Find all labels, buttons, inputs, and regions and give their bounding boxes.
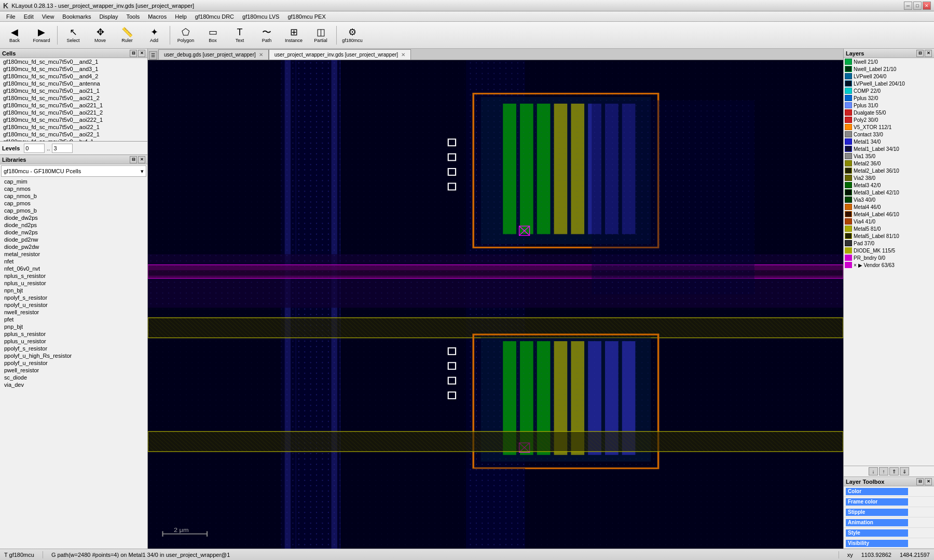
layer-item-3[interactable]: LVPwell_Label 204/10 — [844, 80, 934, 87]
lib-item[interactable]: nplus_u_resistor — [0, 279, 147, 287]
lib-icon-2[interactable]: ✕ — [138, 156, 145, 163]
layer-item-7[interactable]: Dualgate 55/0 — [844, 109, 934, 116]
layer-nav-top[interactable]: ⇑ — [889, 467, 899, 475]
layer-item-21[interactable]: Metal4_Label 46/10 — [844, 211, 934, 218]
layer-item-16[interactable]: Via2 38/0 — [844, 174, 934, 181]
levels-from-input[interactable] — [24, 144, 45, 153]
lib-icon-1[interactable]: ⊟ — [130, 156, 137, 163]
layer-item-14[interactable]: Metal2 36/0 — [844, 160, 934, 167]
menu-item-help[interactable]: Help — [171, 12, 191, 21]
cells-icon-1[interactable]: ⊟ — [130, 50, 137, 57]
tab-menu-button[interactable]: ☰ — [149, 51, 157, 60]
toolbox-item-1[interactable]: Frame color — [844, 497, 934, 507]
tool-btn-select[interactable]: ↖Select — [61, 23, 86, 47]
layer-item-12[interactable]: Metal1_Label 34/10 — [844, 145, 934, 152]
menu-item-display[interactable]: Display — [95, 12, 122, 21]
layer-item-0[interactable]: Nwell 21/0 — [844, 58, 934, 65]
menu-item-gf180mcu-lvs[interactable]: gf180mcu LVS — [238, 12, 283, 21]
lib-item[interactable]: metal_resistor — [0, 250, 147, 258]
lib-item[interactable]: diode_pd2nw — [0, 236, 147, 243]
cell-item[interactable]: gf180mcu_fd_sc_mcu7t5v0__aoi221_1 — [0, 102, 147, 109]
minimize-button[interactable]: ─ — [904, 2, 912, 10]
lib-item[interactable]: ppolyf_s_resistor — [0, 345, 147, 352]
tool-btn-instance[interactable]: ⊞Instance — [281, 23, 306, 47]
tool-btn-polygon[interactable]: ⬠Polygon — [173, 23, 198, 47]
tool-btn-gf180mcu[interactable]: ⚙gf180mcu — [340, 23, 365, 47]
layer-item-28[interactable]: × ▶ Vendor 63/63 — [844, 261, 934, 269]
lib-item[interactable]: npn_bjt — [0, 287, 147, 294]
cell-item[interactable]: gf180mcu_fd_sc_mcu7t5v0__and3_1 — [0, 65, 147, 73]
cell-item[interactable]: gf180mcu_fd_sc_mcu7t5v0__aoi221_2 — [0, 109, 147, 116]
toolbox-item-0[interactable]: Color — [844, 486, 934, 497]
cell-item[interactable]: gf180mcu_fd_sc_mcu7t5v0__antenna — [0, 80, 147, 87]
tool-btn-text[interactable]: TText — [227, 23, 252, 47]
menu-item-bookmarks[interactable]: Bookmarks — [58, 12, 95, 21]
layer-item-20[interactable]: Metal4 46/0 — [844, 203, 934, 211]
cell-item[interactable]: gf180mcu_fd_sc_mcu7t5v0__aoi222_1 — [0, 116, 147, 123]
lib-item[interactable]: nplus_s_resistor — [0, 272, 147, 279]
toolbox-item-2[interactable]: Stipple — [844, 507, 934, 517]
layer-item-15[interactable]: Metal2_Label 36/10 — [844, 167, 934, 174]
lib-item[interactable]: nfet — [0, 258, 147, 265]
layer-item-18[interactable]: Metal3_Label 42/10 — [844, 189, 934, 196]
lib-item[interactable]: cap_mim — [0, 178, 147, 185]
layer-item-4[interactable]: COMP 22/0 — [844, 87, 934, 94]
menu-item-file[interactable]: File — [2, 12, 20, 21]
lib-item[interactable]: diode_pw2dw — [0, 243, 147, 250]
lib-item[interactable]: cap_pmos — [0, 200, 147, 207]
lib-item[interactable]: pplus_s_resistor — [0, 330, 147, 338]
layer-nav-down[interactable]: ↓ — [869, 467, 878, 475]
tool-btn-add[interactable]: ✦Add — [142, 23, 167, 47]
lib-item[interactable]: pplus_u_resistor — [0, 338, 147, 345]
layer-item-19[interactable]: Via3 40/0 — [844, 196, 934, 203]
tab-tab2[interactable]: user_project_wrapper_inv.gds [user_proje… — [269, 49, 411, 60]
lib-item[interactable]: nwell_resistor — [0, 309, 147, 316]
lib-item[interactable]: pfet — [0, 316, 147, 323]
lib-item[interactable]: npolyf_u_resistor — [0, 301, 147, 309]
cell-item[interactable]: gf180mcu_fd_sc_mcu7t5v0__aoi22_1 — [0, 123, 147, 131]
cell-item[interactable]: gf180mcu_fd_sc_mcu7t5v0__and4_2 — [0, 73, 147, 80]
layer-item-27[interactable]: PR_bndry 0/0 — [844, 254, 934, 261]
layer-item-1[interactable]: Nwell_Label 21/10 — [844, 65, 934, 73]
gds-canvas[interactable]: 2 μm — [148, 60, 843, 549]
cell-item[interactable]: gf180mcu_fd_sc_mcu7t5v0__aoi21_2 — [0, 94, 147, 102]
layer-item-13[interactable]: Via1 35/0 — [844, 152, 934, 160]
cell-item[interactable]: gf180mcu_fd_sc_mcu7t5v0__aoi21_1 — [0, 87, 147, 94]
lib-item[interactable]: ppolyf_u_high_Rs_resistor — [0, 352, 147, 359]
menu-item-gf180mcu-drc[interactable]: gf180mcu DRC — [191, 12, 238, 21]
lib-item[interactable]: cap_pmos_b — [0, 207, 147, 214]
layer-item-17[interactable]: Metal3 42/0 — [844, 181, 934, 189]
lib-item[interactable]: diode_dw2ps — [0, 214, 147, 221]
tool-btn-ruler[interactable]: 📏Ruler — [115, 23, 140, 47]
lib-item[interactable]: sc_diode — [0, 374, 147, 381]
layer-item-2[interactable]: LVPwell 204/0 — [844, 73, 934, 80]
tab-close-tab2[interactable]: ✕ — [401, 52, 405, 58]
levels-to-input[interactable] — [52, 144, 73, 153]
lib-item[interactable]: npolyf_s_resistor — [0, 294, 147, 301]
toolbox-item-5[interactable]: Visibility — [844, 538, 934, 549]
tool-btn-box[interactable]: ▭Box — [200, 23, 225, 47]
menu-item-view[interactable]: View — [38, 12, 59, 21]
tab-tab1[interactable]: user_debug.gds [user_project_wrapper]✕ — [158, 49, 269, 60]
menu-item-gf180mcu-pex[interactable]: gf180mcu PEX — [283, 12, 329, 21]
layer-item-6[interactable]: Pplus 31/0 — [844, 102, 934, 109]
lib-item[interactable]: diode_nd2ps — [0, 221, 147, 229]
layer-nav-up[interactable]: ↑ — [879, 467, 888, 475]
library-dropdown[interactable]: gf180mcu - GF180MCU Pcells ▾ — [1, 165, 146, 177]
layers-icon-2[interactable]: ✕ — [925, 50, 932, 57]
layer-item-9[interactable]: V5_XTOR 112/1 — [844, 123, 934, 131]
layer-item-11[interactable]: Metal1 34/0 — [844, 138, 934, 145]
lib-item[interactable]: pwell_resistor — [0, 367, 147, 374]
toolbox-item-4[interactable]: Style — [844, 528, 934, 538]
cell-item[interactable]: gf180mcu_fd_sc_mcu7t5v0__buf_1 — [0, 138, 147, 141]
menu-item-edit[interactable]: Edit — [20, 12, 38, 21]
close-button[interactable]: ✕ — [923, 2, 931, 10]
lib-item[interactable]: diode_nw2ps — [0, 229, 147, 236]
lib-item[interactable]: cap_nmos — [0, 185, 147, 192]
cell-item[interactable]: gf180mcu_fd_sc_mcu7t5v0__aoi22_1 — [0, 131, 147, 138]
tool-btn-path[interactable]: 〜Path — [254, 23, 279, 47]
tool-btn-partial[interactable]: ◫Partial — [308, 23, 333, 47]
tool-btn-move[interactable]: ✥Move — [88, 23, 113, 47]
menu-item-macros[interactable]: Macros — [144, 12, 171, 21]
lib-item[interactable]: pnp_bjt — [0, 323, 147, 330]
